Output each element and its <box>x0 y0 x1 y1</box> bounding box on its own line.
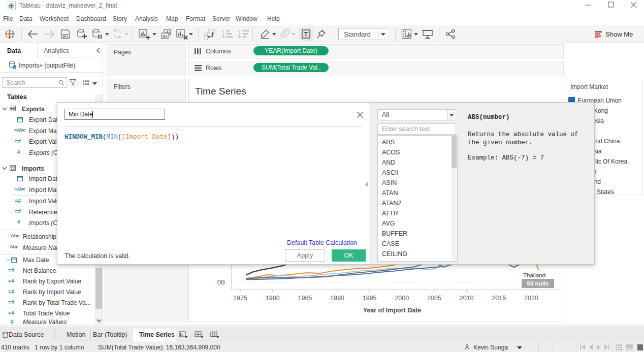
svg-text:T: T <box>304 31 308 38</box>
